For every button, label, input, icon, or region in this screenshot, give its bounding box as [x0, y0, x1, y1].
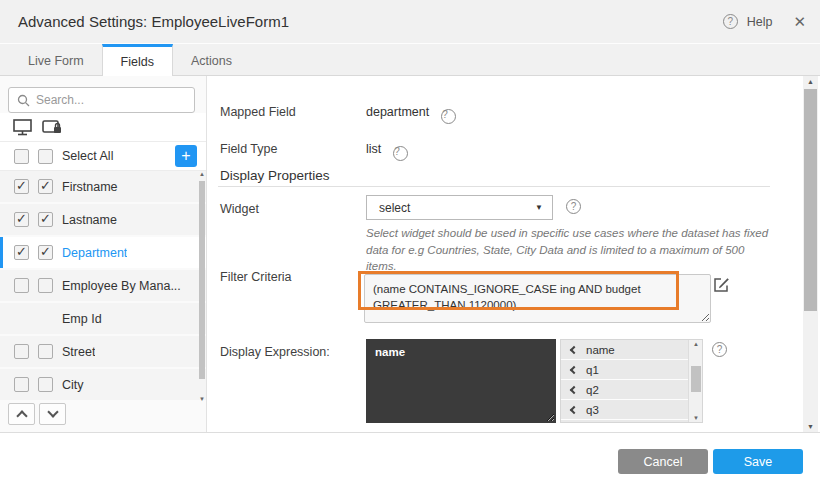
widget-help-icon[interactable]: ?	[566, 199, 581, 214]
mobile-checkbox[interactable]	[38, 278, 53, 293]
desktop-icon[interactable]	[13, 119, 32, 136]
expression-fields-list: name q1 q2 q3 ▲	[560, 339, 703, 423]
dialog-footer: Cancel Save	[0, 432, 820, 488]
mobile-checkbox[interactable]	[38, 212, 53, 227]
select-all-web-checkbox[interactable]	[14, 149, 29, 164]
scroll-up-icon[interactable]: ▲	[803, 78, 818, 85]
tabbar: Live Form Fields Actions	[0, 43, 820, 76]
search-icon	[17, 94, 30, 107]
web-checkbox[interactable]	[14, 179, 29, 194]
widget-select[interactable]: select ▼	[366, 195, 553, 220]
mobile-lock-icon[interactable]	[42, 119, 63, 136]
scroll-down-icon[interactable]: ▼	[689, 415, 703, 421]
titlebar: Advanced Settings: EmployeeLiveForm1 ? H…	[0, 0, 820, 43]
display-expression-label: Display Expression:	[220, 345, 330, 359]
field-row-department[interactable]: Department	[0, 237, 206, 268]
filter-criteria-label: Filter Criteria	[220, 270, 292, 284]
search-box[interactable]	[8, 87, 195, 113]
field-row-label: Emp Id	[62, 312, 102, 326]
add-field-button[interactable]: +	[175, 145, 197, 167]
field-row-city[interactable]: City	[0, 369, 206, 400]
widget-selected-value: select	[379, 201, 410, 215]
field-row-label: Firstname	[62, 180, 118, 194]
expression-field-q2[interactable]: q2	[561, 380, 689, 400]
chevron-left-icon	[570, 365, 578, 373]
field-row-label: City	[62, 378, 84, 392]
scroll-up-icon[interactable]: ▲	[689, 341, 703, 347]
scroll-up-icon[interactable]: ▲	[198, 171, 206, 177]
content-area: Select All + Firstname Lastname Depa	[0, 76, 820, 432]
expression-field-name[interactable]: name	[561, 340, 689, 360]
device-column-header	[0, 113, 206, 142]
expression-field-q1[interactable]: q1	[561, 360, 689, 380]
dialog-title: Advanced Settings: EmployeeLiveForm1	[0, 13, 289, 30]
web-checkbox[interactable]	[14, 344, 29, 359]
chevron-left-icon	[570, 345, 578, 353]
web-checkbox[interactable]	[14, 245, 29, 260]
expression-field-q3[interactable]: q3	[561, 400, 689, 420]
scrollbar-thumb[interactable]	[199, 181, 205, 379]
save-button[interactable]: Save	[713, 449, 803, 474]
close-icon[interactable]: ✕	[793, 13, 806, 31]
field-row-label: Employee By Mana...	[62, 279, 181, 293]
scroll-down-icon[interactable]: ▼	[803, 423, 818, 430]
field-type-value: list?	[366, 142, 408, 161]
advanced-settings-dialog: Advanced Settings: EmployeeLiveForm1 ? H…	[0, 0, 820, 488]
move-up-button[interactable]	[8, 403, 35, 425]
expression-list-scrollbar[interactable]: ▲ ▼	[688, 340, 702, 422]
scrollbar-thumb[interactable]	[691, 366, 701, 392]
help-label[interactable]: Help	[747, 15, 773, 29]
scrollbar-thumb[interactable]	[804, 89, 817, 311]
search-input[interactable]	[36, 93, 176, 107]
display-expression-help-icon[interactable]: ?	[712, 342, 727, 357]
field-reorder-controls	[8, 403, 66, 425]
mobile-checkbox[interactable]	[38, 344, 53, 359]
main-panel-scrollbar[interactable]: ▲ ▼	[803, 76, 818, 432]
mobile-checkbox[interactable]	[38, 245, 53, 260]
web-checkbox[interactable]	[14, 377, 29, 392]
field-row-street[interactable]: Street	[0, 336, 206, 367]
edit-icon[interactable]	[713, 276, 730, 293]
field-row-firstname[interactable]: Firstname	[0, 171, 206, 202]
web-checkbox[interactable]	[14, 212, 29, 227]
field-row-label: Department	[62, 246, 127, 260]
field-type-label: Field Type	[220, 142, 277, 156]
web-checkbox[interactable]	[14, 278, 29, 293]
sidebar-scrollbar[interactable]: ▲ ▼	[198, 171, 206, 402]
field-type-help-icon[interactable]: ?	[393, 146, 408, 161]
mapped-field-help-icon[interactable]: ?	[441, 109, 456, 124]
field-row-label: Street	[62, 345, 95, 359]
mapped-field-value: department?	[366, 105, 456, 124]
help-icon[interactable]: ?	[723, 14, 738, 29]
field-row-employee-by-manager[interactable]: Employee By Mana...	[0, 270, 206, 301]
field-row-emp-id[interactable]: Emp Id	[0, 303, 206, 334]
display-expression-textarea[interactable]: name	[366, 339, 556, 423]
chevron-left-icon	[570, 385, 578, 393]
widget-label: Widget	[220, 202, 259, 216]
select-all-row: Select All +	[0, 142, 206, 171]
tab-actions[interactable]: Actions	[173, 44, 250, 75]
tab-fields[interactable]: Fields	[102, 44, 173, 76]
dropdown-caret-icon: ▼	[535, 203, 543, 212]
widget-hint-text: Select widget should be used in specific…	[366, 225, 776, 275]
mobile-checkbox[interactable]	[38, 179, 53, 194]
mapped-field-label: Mapped Field	[220, 105, 296, 119]
display-properties-heading: Display Properties	[220, 168, 330, 183]
scroll-down-icon[interactable]: ▼	[198, 396, 206, 402]
chevron-left-icon	[570, 405, 578, 413]
select-all-mobile-checkbox[interactable]	[38, 149, 53, 164]
field-row-lastname[interactable]: Lastname	[0, 204, 206, 235]
cancel-button[interactable]: Cancel	[618, 449, 708, 474]
select-all-label: Select All	[62, 149, 113, 163]
tab-live-form[interactable]: Live Form	[10, 44, 102, 75]
field-settings-panel: Mapped Field department? Field Type list…	[208, 76, 802, 432]
field-row-label: Lastname	[62, 213, 117, 227]
fields-sidebar: Select All + Firstname Lastname Depa	[0, 76, 207, 432]
chevron-up-icon	[16, 410, 27, 421]
chevron-down-icon	[47, 406, 58, 417]
section-divider	[218, 186, 770, 187]
move-down-button[interactable]	[39, 403, 66, 425]
filter-criteria-textarea[interactable]: (name CONTAINS_IGNORE_CASE ing AND budge…	[364, 274, 711, 323]
field-list: Firstname Lastname Department Employee B…	[0, 171, 206, 402]
mobile-checkbox[interactable]	[38, 377, 53, 392]
